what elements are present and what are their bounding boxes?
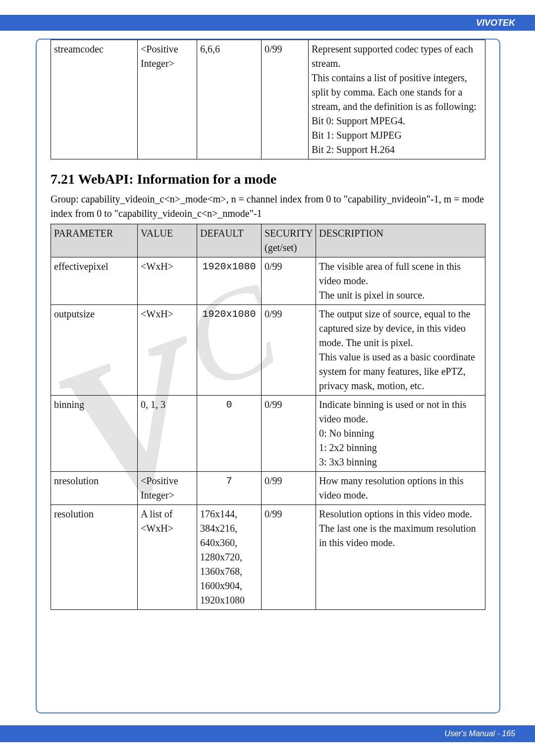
cell-security: 0/99 (262, 305, 316, 396)
cell-security: 0/99 (262, 472, 316, 505)
table-mode-info: PARAMETER VALUE DEFAULT SECURITY (get/se… (51, 224, 485, 610)
cell-value: <Positive Integer> (138, 40, 197, 159)
cell-default: 0 (197, 396, 262, 472)
header-bar: VIVOTEK (0, 15, 535, 31)
cell-param: nresolution (51, 472, 138, 505)
cell-desc: Indicate binning is used or not in this … (316, 396, 485, 472)
table-row: streamcodec <Positive Integer> 6,6,6 0/9… (51, 40, 485, 159)
cell-security: 0/99 (262, 505, 316, 610)
cell-desc: Resolution options in this video mode. T… (316, 505, 485, 610)
cell-param: binning (51, 396, 138, 472)
header-security: SECURITY (get/set) (262, 224, 316, 257)
cell-default: 1920x1080 (197, 257, 262, 305)
cell-param: effectivepixel (51, 257, 138, 305)
cell-desc: How many resolution options in this vide… (316, 472, 485, 505)
section-heading: 7.21 WebAPI: Information for a mode (51, 171, 485, 187)
header-description: DESCRIPTION (316, 224, 485, 257)
cell-default: 176x144, 384x216, 640x360, 1280x720, 136… (197, 505, 262, 610)
brand-label: VIVOTEK (476, 18, 515, 28)
cell-value: 0, 1, 3 (138, 396, 197, 472)
cell-security: 0/99 (262, 40, 309, 159)
footer-bar: User's Manual - 165 (0, 725, 535, 742)
table-row: outputsize <WxH> 1920x1080 0/99 The outp… (51, 305, 485, 396)
cell-default: 1920x1080 (197, 305, 262, 396)
header-parameter: PARAMETER (51, 224, 138, 257)
cell-value: <WxH> (138, 305, 197, 396)
group-description: Group: capability_videoin_c<n>_mode<m>, … (51, 192, 485, 221)
cell-desc: The visible area of full scene in this v… (316, 257, 485, 305)
table-row: effectivepixel <WxH> 1920x1080 0/99 The … (51, 257, 485, 305)
header-default: DEFAULT (197, 224, 262, 257)
table-streamcodec: streamcodec <Positive Integer> 6,6,6 0/9… (51, 40, 485, 159)
content-frame: streamcodec <Positive Integer> 6,6,6 0/9… (36, 39, 500, 713)
page: VIVOTEK streamcodec <Positive Integer> 6… (0, 0, 535, 756)
table-row: resolution A list of <WxH> 176x144, 384x… (51, 505, 485, 610)
cell-param: resolution (51, 505, 138, 610)
header-value: VALUE (138, 224, 197, 257)
cell-security: 0/99 (262, 396, 316, 472)
cell-default: 6,6,6 (197, 40, 262, 159)
cell-value: <Positive Integer> (138, 472, 197, 505)
cell-value: <WxH> (138, 257, 197, 305)
cell-default: 7 (197, 472, 262, 505)
cell-param: outputsize (51, 305, 138, 396)
cell-desc: Represent supported codec types of each … (309, 40, 485, 159)
cell-value: A list of <WxH> (138, 505, 197, 610)
table-row: binning 0, 1, 3 0 0/99 Indicate binning … (51, 396, 485, 472)
cell-desc: The output size of source, equal to the … (316, 305, 485, 396)
table-header-row: PARAMETER VALUE DEFAULT SECURITY (get/se… (51, 224, 485, 257)
cell-security: 0/99 (262, 257, 316, 305)
footer-label: User's Manual - 165 (444, 729, 515, 738)
table-row: nresolution <Positive Integer> 7 0/99 Ho… (51, 472, 485, 505)
cell-param: streamcodec (51, 40, 138, 159)
